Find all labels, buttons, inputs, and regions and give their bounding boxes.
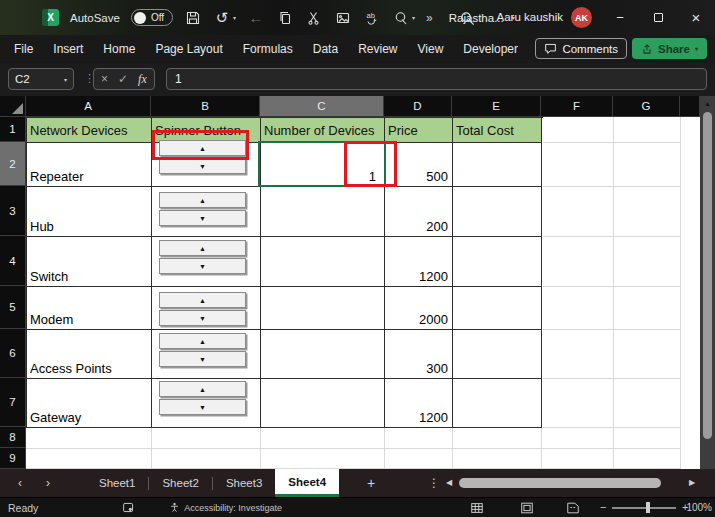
column-header-e[interactable]: E — [452, 96, 541, 117]
maximize-button[interactable] — [639, 0, 677, 35]
row-header-5[interactable]: 5 — [0, 286, 26, 329]
sheet-nav-right-icon[interactable]: › — [34, 476, 62, 490]
cell-c2[interactable]: 1 — [261, 143, 385, 187]
column-header-f[interactable]: F — [541, 96, 613, 117]
record-macro-icon[interactable] — [122, 501, 135, 514]
zoom-slider-track[interactable] — [612, 507, 676, 509]
row-header-8[interactable]: 8 — [0, 427, 26, 448]
undo-button[interactable]: ↺ ▾ — [213, 9, 236, 27]
row-header-3[interactable]: 3 — [0, 186, 26, 236]
row-header-6[interactable]: 6 — [0, 329, 26, 378]
sheet-nav-left-icon[interactable]: ‹ — [0, 476, 34, 490]
zoom-out-button[interactable]: − — [600, 501, 606, 513]
cell-d5[interactable]: 2000 — [385, 287, 453, 330]
cell-d1[interactable]: Price — [385, 118, 453, 143]
spinner-down-button[interactable]: ▼ — [159, 210, 246, 226]
hscroll-right-icon[interactable]: ▶ — [689, 478, 695, 487]
cell-e6[interactable] — [453, 330, 542, 379]
cell-d6[interactable]: 300 — [385, 330, 453, 379]
minimize-button[interactable]: − — [601, 0, 639, 35]
cancel-icon[interactable]: × — [101, 72, 108, 86]
cell-a4[interactable]: Switch — [27, 237, 152, 287]
excel-logo-icon[interactable]: X — [42, 9, 59, 26]
tab-sheet4-active[interactable]: Sheet4 — [275, 469, 339, 497]
row-header-2[interactable]: 2 — [0, 142, 26, 186]
page-layout-view-icon[interactable] — [520, 501, 534, 515]
spinner-up-button[interactable]: ▲ — [159, 333, 246, 349]
avatar[interactable]: AK — [571, 7, 592, 28]
close-button[interactable]: × — [677, 0, 715, 35]
cell-c1[interactable]: Number of Devices — [261, 118, 385, 143]
cell-e4[interactable] — [453, 237, 542, 287]
page-break-view-icon[interactable] — [566, 501, 580, 515]
tab-sheet1[interactable]: Sheet1 — [86, 469, 148, 497]
tab-data[interactable]: Data — [303, 42, 348, 56]
zoom-slider-thumb[interactable] — [646, 502, 650, 513]
search-icon[interactable] — [458, 9, 476, 27]
row-header-7[interactable]: 7 — [0, 378, 26, 427]
cell-d3[interactable]: 200 — [385, 187, 453, 237]
cell-c5[interactable] — [261, 287, 385, 330]
find-replace-icon[interactable]: ab — [363, 9, 381, 27]
spinner-down-button[interactable]: ▼ — [159, 158, 246, 174]
touch-mode-button[interactable]: ▾ — [392, 9, 415, 27]
toolbar-overflow-icon[interactable]: » — [426, 11, 434, 25]
cell-c7[interactable] — [261, 379, 385, 428]
tab-review[interactable]: Review — [348, 42, 407, 56]
row-header-9[interactable]: 9 — [0, 448, 26, 469]
cell-e1[interactable]: Total Cost — [453, 118, 542, 143]
new-sheet-button[interactable]: + — [367, 475, 375, 491]
cell-a6[interactable]: Access Points — [27, 330, 152, 379]
share-button[interactable]: Share ▾ — [632, 38, 707, 59]
cell-a1[interactable]: Network Devices — [27, 118, 152, 143]
column-header-g[interactable]: G — [613, 96, 680, 117]
tab-sheet2[interactable]: Sheet2 — [149, 469, 211, 497]
normal-view-icon[interactable] — [470, 501, 484, 515]
accessibility-status[interactable]: Accessibility: Investigate — [169, 502, 282, 513]
tab-view[interactable]: View — [408, 42, 454, 56]
cell-d4[interactable]: 1200 — [385, 237, 453, 287]
cell-e7[interactable] — [453, 379, 542, 428]
tab-page-layout[interactable]: Page Layout — [145, 42, 232, 56]
redo-icon[interactable]: ← — [247, 9, 265, 27]
formula-input[interactable]: 1 — [166, 68, 707, 90]
hscroll-left-icon[interactable]: ◀ — [446, 478, 452, 487]
cell-e3[interactable] — [453, 187, 542, 237]
spinner-down-button[interactable]: ▼ — [159, 310, 246, 326]
insert-function-icon[interactable]: fx — [138, 72, 147, 87]
tab-developer[interactable]: Developer — [453, 42, 528, 56]
cell-d2[interactable]: 500 — [385, 143, 453, 187]
column-header-a[interactable]: A — [26, 96, 151, 117]
column-header-c[interactable]: C — [260, 96, 384, 117]
vertical-scrollbar[interactable]: ▲ — [700, 96, 715, 469]
enter-icon[interactable]: ✓ — [118, 72, 128, 86]
cell-a5[interactable]: Modem — [27, 287, 152, 330]
spinner-up-button[interactable]: ▲ — [159, 192, 246, 208]
spinner-up-button[interactable]: ▲ — [159, 381, 246, 397]
column-header-b[interactable]: B — [151, 96, 260, 117]
spinner-up-button[interactable]: ▲ — [159, 240, 246, 256]
vertical-scrollbar-thumb[interactable] — [703, 112, 712, 439]
comments-button[interactable]: Comments — [535, 38, 627, 59]
name-box[interactable]: C2 ▾ — [8, 68, 74, 90]
zoom-level-label[interactable]: 100% — [686, 502, 712, 513]
cell-c4[interactable] — [261, 237, 385, 287]
cut-icon[interactable] — [305, 9, 323, 27]
spinner-down-button[interactable]: ▼ — [159, 258, 246, 274]
tab-insert[interactable]: Insert — [43, 42, 93, 56]
horizontal-scrollbar-thumb[interactable] — [459, 478, 661, 488]
row-header-1[interactable]: 1 — [0, 117, 26, 142]
tab-file[interactable]: File — [14, 42, 43, 56]
row-header-4[interactable]: 4 — [0, 236, 26, 286]
save-icon[interactable] — [184, 9, 202, 27]
cell-a7[interactable]: Gateway — [27, 379, 152, 428]
tab-formulas[interactable]: Formulas — [233, 42, 303, 56]
cell-c6[interactable] — [261, 330, 385, 379]
cell-a3[interactable]: Hub — [27, 187, 152, 237]
copy-icon[interactable] — [276, 9, 294, 27]
spinner-down-button[interactable]: ▼ — [159, 351, 246, 367]
cell-e5[interactable] — [453, 287, 542, 330]
autosave-toggle[interactable]: Off — [131, 9, 173, 26]
scroll-up-icon[interactable]: ▲ — [700, 96, 715, 110]
cell-c3[interactable] — [261, 187, 385, 237]
